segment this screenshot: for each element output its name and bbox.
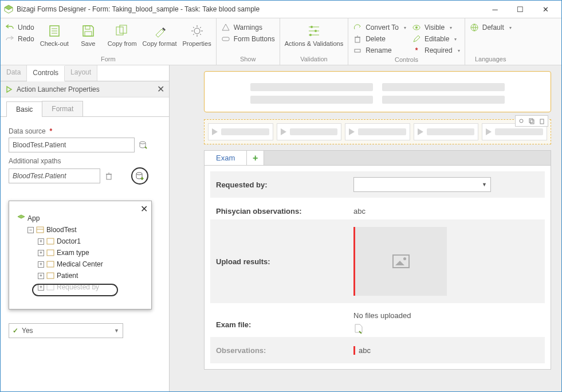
yes-combobox[interactable]: ✓ Yes ▼ [9,323,123,338]
tree-node-app[interactable]: App [27,214,40,222]
group-languages-label: Languages [470,54,512,65]
window-close[interactable]: ✕ [533,1,558,17]
tab-data[interactable]: Data [1,65,27,81]
copyformat-button[interactable]: Copy format [143,23,177,47]
action-cell[interactable] [277,123,342,140]
panel-close[interactable]: ✕ [157,84,164,95]
tab-exam[interactable]: Exam [205,151,247,165]
upload-image-box[interactable] [355,227,447,296]
entity-icon [46,283,54,291]
action-launcher-row[interactable] [204,119,551,144]
expander-icon[interactable]: + [38,238,44,245]
editable-button[interactable]: Editable▾ [412,34,460,44]
ribbon: Undo Redo Check-out Save Copy from Copy … [1,18,561,65]
tree-close[interactable]: ✕ [140,203,148,214]
delete-button[interactable]: Delete [353,34,406,44]
svg-rect-28 [530,120,534,124]
tree-node-medicalcenter[interactable]: Medical Center [57,260,103,268]
tree-node-doctor1[interactable]: Doctor1 [57,237,81,245]
datasource-picker-icon[interactable] [138,140,148,150]
subtab-basic[interactable]: Basic [6,101,42,117]
requested-by-combo[interactable]: ▼ [353,177,491,192]
expander-icon[interactable]: + [38,250,44,256]
svg-point-8 [311,26,313,28]
window-title: Bizagi Forms Designer - Form: Taking_blo… [17,5,260,13]
datasource-input[interactable] [9,138,135,152]
window-maximize[interactable]: ☐ [508,1,533,17]
tab-controls[interactable]: Controls [27,66,65,81]
tab-layout[interactable]: Layout [65,65,97,81]
phys-obs-value: abc [353,207,539,215]
svg-point-14 [415,26,418,29]
svg-rect-3 [85,32,92,36]
undo-button[interactable]: Undo [5,23,34,32]
checkout-button[interactable]: Check-out [40,23,69,47]
tree-node-examtype[interactable]: Exam type [57,249,89,257]
subtab-format[interactable]: Format [42,101,83,116]
tree-node-patient[interactable]: Patient [57,272,78,280]
entity-icon [46,237,54,245]
expander-icon[interactable]: − [27,227,34,233]
copyfrom-button[interactable]: Copy from [108,23,137,47]
visible-button[interactable]: Visible▾ [412,23,460,32]
required-icon: * [49,127,52,135]
svg-rect-17 [107,174,111,179]
examfile-label: Exam file: [216,311,353,329]
expander-icon[interactable]: + [38,273,44,279]
group-show-label: Show [221,54,275,65]
svg-point-18 [136,173,142,175]
save-button[interactable]: Save [74,23,102,47]
form-tab-strip: Exam + [204,150,551,165]
play-icon [5,85,13,93]
cube-icon [17,214,25,222]
xpath-delete-icon[interactable] [104,171,114,181]
svg-marker-19 [18,215,25,218]
yes-value: Yes [22,327,33,335]
action-cell[interactable] [414,123,479,140]
group-controls-label: Controls [353,55,460,65]
svg-rect-2 [85,26,90,29]
action-cell[interactable] [345,123,410,140]
default-language-button[interactable]: Default▾ [470,23,512,32]
properties-button[interactable]: Properties [183,23,211,47]
formbuttons-button[interactable]: Form Buttons [221,34,275,44]
entity-icon [46,272,54,280]
file-icon[interactable] [353,323,539,334]
rename-button[interactable]: Rename [353,46,406,55]
requested-by-label: Requested by: [216,181,353,189]
datasource-label: Data source [9,127,46,135]
observations-value: abc [355,346,371,355]
svg-point-9 [315,30,317,32]
tree-node-bloodtest[interactable]: BloodTest [46,226,77,234]
properties-panel: Data Controls Layout Action Launcher Pro… [1,65,170,391]
svg-point-16 [140,142,146,144]
svg-rect-11 [355,37,360,42]
xpath-tree-popup: ✕ App − BloodTest +Doctor1 +Exam type +M… [9,201,152,309]
svg-rect-21 [47,238,54,244]
redo-button[interactable]: Redo [5,34,34,44]
expander-icon[interactable]: + [38,284,44,291]
required-button[interactable]: *Required▾ [412,46,460,55]
actions-validations-button[interactable]: Actions & Validations [285,23,344,47]
warnings-button[interactable]: Warnings [221,23,275,32]
svg-point-6 [194,28,200,34]
add-tab-button[interactable]: + [247,151,264,165]
window-minimize[interactable]: ─ [482,1,508,17]
svg-marker-0 [5,5,13,10]
group-form-label: Form [5,54,211,65]
action-cell[interactable] [208,123,273,140]
expander-icon[interactable]: + [38,261,44,268]
gear-icon[interactable] [517,116,526,126]
svg-rect-25 [47,284,54,290]
copy-icon[interactable] [527,116,536,126]
add-xpath-button[interactable] [131,167,148,185]
trash-icon[interactable] [537,116,547,126]
xpath-input[interactable] [9,168,100,183]
svg-rect-24 [47,273,54,279]
svg-rect-23 [47,261,54,267]
entity-icon [46,260,54,268]
svg-rect-12 [355,49,360,52]
app-icon [4,5,13,14]
convertto-button[interactable]: Convert To▾ [353,23,406,32]
svg-rect-7 [222,37,229,41]
